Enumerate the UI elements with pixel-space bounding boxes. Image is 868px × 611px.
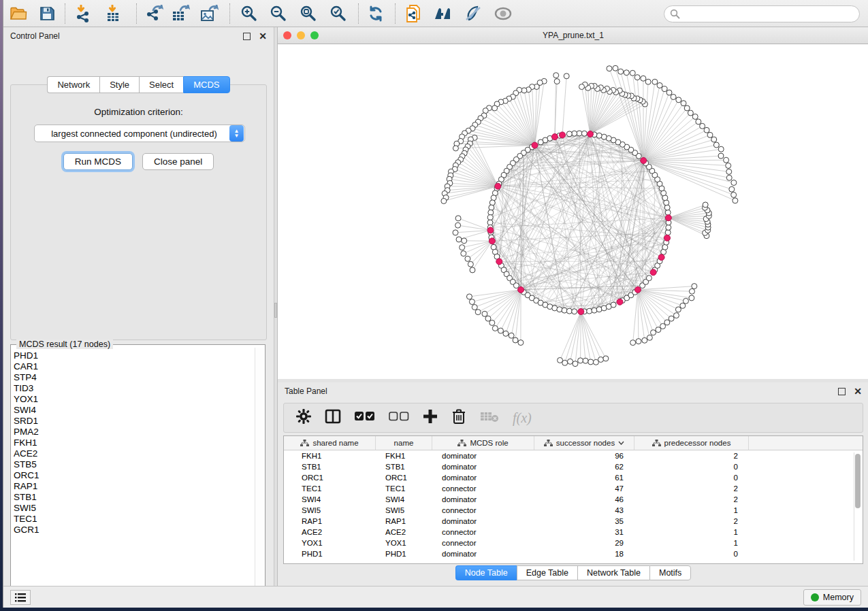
open-file-icon[interactable]	[6, 2, 31, 25]
mcds-result-item[interactable]: ACE2	[14, 448, 253, 459]
zoom-out-icon[interactable]	[266, 2, 291, 25]
tab-style[interactable]: Style	[99, 76, 139, 93]
mcds-result-item[interactable]: FKH1	[14, 437, 253, 448]
mcds-list-scrollbar[interactable]	[255, 348, 263, 594]
export-image-icon[interactable]	[197, 2, 221, 25]
table-row[interactable]: ACE2ACE2connector311	[284, 527, 863, 538]
cell-filler	[749, 527, 863, 538]
mcds-result-item[interactable]: TEC1	[14, 514, 253, 525]
export-network-icon[interactable]	[142, 2, 167, 25]
network-canvas[interactable]	[278, 44, 868, 379]
import-table-icon[interactable]	[101, 2, 126, 25]
deselect-all-rows-icon[interactable]	[389, 411, 409, 425]
float-table-panel-icon[interactable]	[838, 388, 846, 395]
mcds-result-item[interactable]: GCR1	[14, 525, 253, 535]
column-header-predecessor-nodes[interactable]: predecessor nodes	[634, 436, 749, 450]
delete-columns-icon[interactable]	[451, 408, 466, 427]
mcds-result-item[interactable]: SWI5	[14, 503, 253, 514]
cell-successor-nodes: 46	[534, 494, 634, 505]
cell-name: SWI4	[376, 494, 432, 505]
table-row[interactable]: RAP1RAP1dominator352	[284, 516, 863, 527]
table-row[interactable]: YOX1YOX1connector291	[284, 538, 863, 548]
mcds-result-list[interactable]: PHD1CAR1STP4TID3YOX1SWI4SRD1PMA2FKH1ACE2…	[14, 350, 253, 594]
mcds-result-item[interactable]: TID3	[14, 383, 253, 394]
create-column-icon[interactable]	[423, 409, 438, 427]
mcds-result-item[interactable]: YOX1	[14, 394, 253, 405]
mcds-result-item[interactable]: ORC1	[14, 470, 253, 481]
cell-filler	[749, 494, 863, 505]
refresh-view-icon[interactable]	[364, 2, 388, 25]
cell-predecessor-nodes: 0	[634, 461, 749, 472]
memory-status-icon	[811, 593, 819, 601]
mcds-result-item[interactable]: CAR1	[14, 361, 253, 372]
column-header-shared-name[interactable]: shared name	[284, 436, 376, 450]
table-row[interactable]: SWI5SWI5connector431	[284, 505, 863, 516]
cell-mcds-role: dominator	[432, 461, 534, 472]
node-table-header: shared name name MCDS role successor nod…	[284, 436, 863, 450]
zoom-in-icon[interactable]	[237, 2, 261, 25]
tab-select[interactable]: Select	[139, 76, 183, 93]
table-row[interactable]: PHD1PHD1dominator180	[284, 548, 863, 559]
export-table-icon[interactable]	[168, 2, 193, 25]
cell-predecessor-nodes: 1	[634, 538, 749, 548]
mcds-result-group: MCDS result (17 nodes) PHD1CAR1STP4TID3Y…	[10, 344, 266, 597]
mcds-result-item[interactable]: RAP1	[14, 481, 253, 492]
table-row[interactable]: SWI4SWI4dominator462	[284, 494, 863, 505]
hide-graphics-details-icon[interactable]	[491, 2, 515, 25]
float-panel-icon[interactable]	[243, 33, 251, 40]
tab-motifs[interactable]: Motifs	[649, 565, 691, 580]
table-row[interactable]: STB1STB1dominator620	[284, 461, 863, 472]
mcds-result-item[interactable]: SRD1	[14, 416, 253, 427]
search-field[interactable]	[664, 5, 860, 22]
search-input[interactable]	[680, 10, 854, 19]
mcds-result-item[interactable]: STB5	[14, 459, 253, 470]
show-columns-icon[interactable]	[325, 409, 341, 427]
tab-mcds[interactable]: MCDS	[183, 76, 229, 93]
select-all-rows-icon[interactable]	[355, 411, 375, 425]
close-panel-icon[interactable]: ✕	[259, 33, 267, 40]
criterion-dropdown[interactable]: largest connected component (undirected)…	[34, 125, 245, 142]
cell-mcds-role: dominator	[432, 516, 534, 527]
table-row[interactable]: FKH1FKH1dominator962	[284, 450, 863, 461]
main-toolbar	[3, 0, 868, 27]
tab-network-table[interactable]: Network Table	[577, 565, 649, 580]
cell-shared-name: PHD1	[284, 548, 376, 559]
network-window-titlebar[interactable]: YPA_prune.txt_1	[278, 27, 868, 44]
zoom-selected-icon[interactable]	[326, 2, 351, 25]
destroy-table-icon	[480, 410, 499, 425]
show-graphics-details-icon[interactable]	[461, 2, 485, 25]
table-row[interactable]: ORC1ORC1dominator610	[284, 472, 863, 483]
column-header-mcds-role[interactable]: MCDS role	[432, 436, 534, 450]
new-network-from-selection-icon[interactable]	[401, 2, 425, 25]
close-panel-button[interactable]: Close panel	[142, 153, 214, 170]
mcds-result-item[interactable]: PMA2	[14, 427, 253, 437]
splitter-grip[interactable]	[274, 303, 277, 318]
table-scrollbar-thumb[interactable]	[855, 454, 861, 508]
tab-node-table[interactable]: Node Table	[455, 565, 517, 580]
table-options-gear-icon[interactable]	[296, 409, 311, 427]
cell-mcds-role: connector	[432, 527, 534, 538]
mcds-result-item[interactable]: STP4	[14, 372, 253, 383]
task-history-button[interactable]	[10, 590, 31, 605]
application-window: Control Panel ✕ Network Style Select MCD…	[3, 0, 868, 608]
close-table-panel-icon[interactable]: ✕	[854, 388, 862, 395]
cell-predecessor-nodes: 1	[634, 527, 749, 538]
cell-mcds-role: connector	[432, 505, 534, 516]
save-session-icon[interactable]	[35, 2, 59, 25]
column-header-successor-nodes[interactable]: successor nodes	[534, 436, 634, 450]
import-network-icon[interactable]	[71, 2, 96, 25]
mcds-result-item[interactable]: PHD1	[14, 350, 253, 361]
dropdown-stepper-icon: ▲▼	[229, 125, 244, 142]
zoom-fit-icon[interactable]	[296, 2, 321, 25]
table-scrollbar[interactable]	[854, 452, 861, 561]
run-mcds-button[interactable]: Run MCDS	[63, 153, 133, 170]
tab-edge-table[interactable]: Edge Table	[517, 565, 577, 580]
mcds-result-item[interactable]: SWI4	[14, 405, 253, 416]
table-row[interactable]: TEC1TEC1connector472	[284, 483, 863, 494]
table-panel: Table Panel ✕	[278, 382, 868, 586]
first-neighbors-icon[interactable]	[432, 2, 456, 25]
memory-button[interactable]: Memory	[803, 589, 861, 606]
tab-network[interactable]: Network	[47, 76, 99, 93]
column-header-name[interactable]: name	[376, 436, 432, 450]
mcds-result-item[interactable]: STB1	[14, 492, 253, 503]
